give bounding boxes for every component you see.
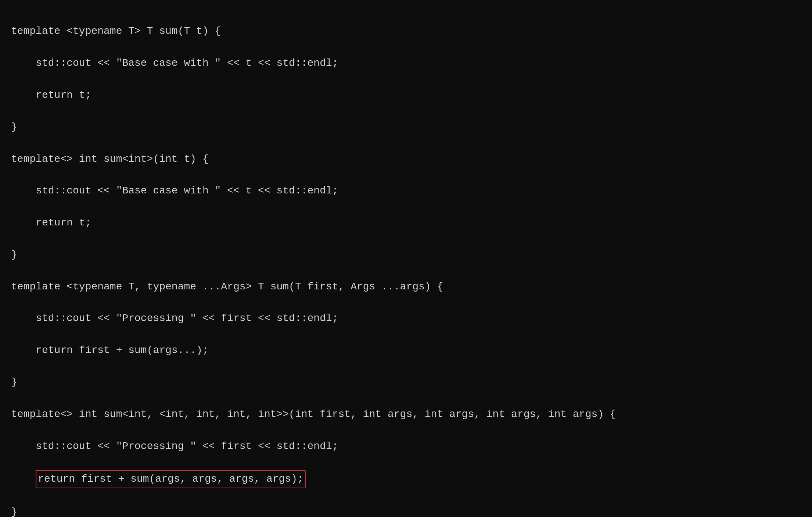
highlighted-return-1: return first + sum(args, args, args, arg… xyxy=(36,470,306,488)
code-line-8: } xyxy=(11,247,801,263)
code-line-4: } xyxy=(11,119,801,135)
code-line-12: } xyxy=(11,374,801,390)
code-line-3: return t; xyxy=(11,87,801,103)
code-line-7: return t; xyxy=(11,215,801,231)
code-line-9: template <typename T, typename ...Args> … xyxy=(11,279,801,295)
code-line-1: template <typename T> T sum(T t) { xyxy=(11,23,801,39)
code-line-15: return first + sum(args, args, args, arg… xyxy=(11,470,801,488)
code-line-2: std::cout << "Base case with " << t << s… xyxy=(11,55,801,71)
code-line-6: std::cout << "Base case with " << t << s… xyxy=(11,183,801,199)
code-editor: template <typename T> T sum(T t) { std::… xyxy=(11,7,801,517)
code-line-14: std::cout << "Processing " << first << s… xyxy=(11,438,801,454)
code-line-11: return first + sum(args...); xyxy=(11,342,801,358)
code-line-16: } xyxy=(11,504,801,517)
code-line-13: template<> int sum<int, <int, int, int, … xyxy=(11,406,801,422)
code-line-5: template<> int sum<int>(int t) { xyxy=(11,151,801,167)
code-line-10: std::cout << "Processing " << first << s… xyxy=(11,310,801,326)
